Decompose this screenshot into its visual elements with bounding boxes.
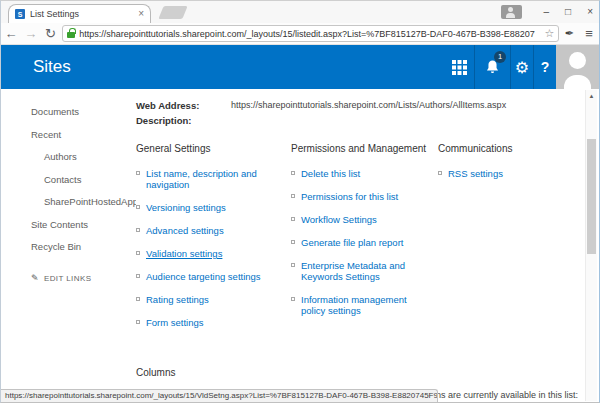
sidebar-item[interactable]: Contacts [44, 175, 129, 185]
settings-link[interactable]: Versioning settings [136, 202, 279, 213]
settings-group-header: Communications [438, 143, 585, 154]
settings-gear-button[interactable]: ⚙ [510, 45, 533, 89]
sidebar-item[interactable]: Site Contents [31, 220, 129, 230]
close-button[interactable]: × [587, 1, 593, 23]
main-content: Web Address: https://sharepointtutorials… [136, 89, 585, 388]
settings-link-label: Information management policy settings [301, 294, 407, 316]
settings-link[interactable]: Advanced settings [136, 225, 279, 236]
address-bar: ← → ↻ https://sharepointtutorials.sharep… [1, 23, 599, 45]
square-bullet-icon [136, 228, 140, 232]
padlock-icon [67, 32, 75, 38]
settings-group: CommunicationsRSS settings [438, 143, 585, 340]
square-bullet-icon [136, 171, 140, 175]
sidebar-item[interactable]: SharePointHostedApp [44, 197, 129, 207]
sharepoint-favicon-icon: S [15, 9, 25, 19]
settings-columns: General SettingsList name, description a… [136, 143, 585, 340]
minimize-button[interactable]: – [544, 1, 550, 23]
settings-link-label: Workflow Settings [301, 214, 377, 225]
gear-icon: ⚙ [515, 58, 529, 77]
sidebar-item[interactable]: Documents [31, 107, 129, 117]
suite-bar: Sites 1 ⚙ ? [1, 45, 599, 89]
browser-titlebar: S List Settings × – □ × [1, 1, 599, 23]
help-button[interactable]: ? [533, 45, 556, 89]
vertical-scrollbar[interactable]: ▲ [585, 90, 597, 401]
settings-link-label: Enterprise Metadata and Keywords Setting… [301, 260, 405, 282]
sidebar-item[interactable]: Authors [44, 152, 129, 162]
square-bullet-icon [136, 205, 140, 209]
settings-link-label: Rating settings [146, 294, 209, 305]
settings-link-label: Audience targeting settings [146, 271, 261, 282]
settings-link[interactable]: Form settings [136, 317, 279, 328]
url-field[interactable]: https://sharepointtutorials.sharepoint.c… [62, 25, 559, 42]
settings-link-label: Advanced settings [146, 225, 224, 236]
settings-link[interactable]: Enterprise Metadata and Keywords Setting… [291, 260, 426, 282]
status-bar: https://sharepointtutorials.sharepoint.c… [1, 389, 438, 402]
settings-link[interactable]: List name, description and navigation [136, 168, 279, 190]
notifications-button[interactable]: 1 [474, 45, 510, 89]
sidebar-item[interactable]: Recycle Bin [31, 242, 129, 252]
extension-icon[interactable]: ✒ [559, 27, 579, 40]
settings-link-label: Permissions for this list [301, 191, 398, 202]
square-bullet-icon [438, 171, 442, 175]
square-bullet-icon [136, 274, 140, 278]
back-icon[interactable]: ← [1, 26, 21, 41]
square-bullet-icon [291, 194, 295, 198]
settings-link[interactable]: RSS settings [438, 168, 573, 179]
maximize-button[interactable]: □ [565, 1, 571, 23]
tab-title: List Settings [30, 9, 133, 19]
bookmark-star-icon[interactable]: ☆ [545, 28, 555, 39]
settings-link[interactable]: Audience targeting settings [136, 271, 279, 282]
help-icon: ? [541, 59, 550, 75]
tab-close-icon[interactable]: × [138, 9, 144, 19]
edit-links-button[interactable]: ✎EDIT LINKS [31, 273, 129, 283]
browser-tab[interactable]: S List Settings × [8, 4, 151, 23]
site-title[interactable]: Sites [33, 45, 71, 89]
settings-link-label: Validation settings [146, 248, 222, 259]
settings-link-label: Delete this list [301, 168, 360, 179]
settings-group: General SettingsList name, description a… [136, 143, 291, 340]
edit-links-label: EDIT LINKS [44, 274, 91, 283]
web-address-value: https://sharepointtutorials.sharepoint.c… [231, 100, 506, 111]
web-address-label: Web Address: [136, 100, 231, 111]
url-text[interactable]: https://sharepointtutorials.sharepoint.c… [79, 29, 540, 39]
browser-window: S List Settings × – □ × ← → ↻ https://sh… [0, 0, 600, 403]
scrollbar-thumb[interactable] [587, 139, 596, 254]
square-bullet-icon [136, 297, 140, 301]
user-avatar[interactable] [556, 45, 599, 89]
scroll-up-icon[interactable]: ▲ [586, 90, 597, 102]
settings-link-label: Versioning settings [146, 202, 226, 213]
browser-menu-icon[interactable]: ≡ [579, 26, 599, 41]
square-bullet-icon [291, 263, 295, 267]
settings-group-header: General Settings [136, 143, 291, 154]
notification-badge: 1 [494, 51, 506, 63]
settings-group: Permissions and ManagementDelete this li… [291, 143, 438, 340]
settings-link[interactable]: Permissions for this list [291, 191, 426, 202]
forward-icon[interactable]: → [21, 26, 41, 41]
avatar-head [569, 52, 586, 69]
window-controls: – □ × [501, 1, 593, 23]
settings-link-label: RSS settings [448, 168, 503, 179]
settings-link-label: List name, description and navigation [146, 168, 257, 190]
settings-link[interactable]: Information management policy settings [291, 294, 426, 316]
sidebar-item: Recent [31, 130, 129, 140]
square-bullet-icon [136, 320, 140, 324]
settings-link[interactable]: Validation settings [136, 248, 279, 259]
suite-icons: 1 ⚙ ? [444, 45, 556, 89]
browser-profile-icon[interactable] [501, 5, 522, 19]
settings-link[interactable]: Delete this list [291, 168, 426, 179]
columns-section-title: Columns [136, 367, 585, 378]
square-bullet-icon [291, 297, 295, 301]
square-bullet-icon [291, 217, 295, 221]
reload-icon[interactable]: ↻ [41, 26, 61, 41]
new-tab-button[interactable] [158, 6, 187, 19]
description-label: Description: [136, 115, 231, 126]
avatar-shoulders [564, 75, 591, 89]
app-launcher-grid-icon [452, 60, 456, 64]
square-bullet-icon [291, 171, 295, 175]
settings-link[interactable]: Rating settings [136, 294, 279, 305]
settings-link[interactable]: Generate file plan report [291, 237, 426, 248]
settings-link[interactable]: Workflow Settings [291, 214, 426, 225]
sidebar-nav: DocumentsRecentAuthorsContactsSharePoint… [1, 89, 129, 388]
settings-link-label: Generate file plan report [301, 237, 403, 248]
app-launcher-button[interactable] [444, 45, 474, 89]
